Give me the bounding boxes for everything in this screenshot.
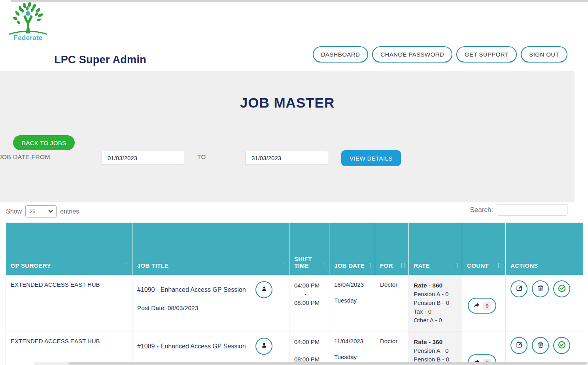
edit-icon <box>515 341 523 350</box>
top-divider <box>11 0 588 2</box>
back-to-jobs-button[interactable]: BACK TO JOBS <box>13 135 75 150</box>
cell-actions <box>506 275 583 331</box>
top-nav: DASHBOARD CHANGE PASSWORD GET SUPPORT SI… <box>313 46 567 62</box>
horizontal-scrollbar-thumb[interactable] <box>68 362 587 365</box>
cell-job-title: #1090 - Enhanced Access GP Session Post … <box>132 275 289 331</box>
doctor-person-icon <box>261 286 268 294</box>
sort-icon <box>322 263 325 268</box>
cell-gp-surgery: EXTENDED ACCESS EAST HUB <box>6 275 132 331</box>
cell-job-date: 18/04/2023 Tuesday <box>329 275 375 331</box>
approve-button[interactable] <box>553 337 570 354</box>
get-support-button[interactable]: GET SUPPORT <box>456 46 517 62</box>
sort-icon <box>368 263 371 268</box>
horizontal-scrollbar-track <box>34 362 588 365</box>
page-title: LPC Super Admin <box>54 54 146 66</box>
job-title-text: #1089 - Enhanced Access GP Session <box>137 343 246 350</box>
show-label: Show <box>6 208 22 215</box>
date-from-input[interactable] <box>102 151 184 165</box>
cell-count: 0 <box>462 275 506 331</box>
entries-label: entries <box>60 208 79 215</box>
column-header-job-title[interactable]: JOB TITLE <box>132 223 289 275</box>
column-header-gp-surgery[interactable]: GP SURGERY <box>6 223 132 275</box>
table-header-row: GP SURGERY JOB TITLE SHIFT TIME JOB DATE… <box>6 223 583 275</box>
sign-out-button[interactable]: SIGN OUT <box>521 46 567 62</box>
search-input[interactable] <box>497 204 567 216</box>
cell-rate: Rate - 360 Pension A - 0 Pension B - 0 T… <box>409 275 462 331</box>
to-label: TO <box>197 153 206 160</box>
dashboard-button[interactable]: DASHBOARD <box>313 46 369 62</box>
job-title-text: #1090 - Enhanced Access GP Session <box>137 286 246 293</box>
sort-icon <box>455 263 458 268</box>
cell-for: Doctor <box>375 275 409 331</box>
column-header-job-date[interactable]: JOB DATE <box>329 223 375 275</box>
cell-job-date: 11/04/2023 Tuesday <box>329 331 375 365</box>
assigned-person-button[interactable] <box>255 338 272 355</box>
assigned-person-button[interactable] <box>255 281 272 298</box>
sort-icon <box>401 263 405 268</box>
column-header-rate[interactable]: RATE <box>409 223 462 275</box>
cell-job-title: #1089 - Enhanced Access GP Session Post … <box>132 331 289 365</box>
column-header-for[interactable]: FOR <box>375 223 409 275</box>
date-to-input[interactable] <box>246 151 328 165</box>
cell-actions <box>506 331 583 365</box>
column-header-shift-time[interactable]: SHIFT TIME <box>289 223 329 275</box>
cell-shift-time: 04:00 PM - 08:00 PM <box>289 275 329 331</box>
cell-shift-time: 04:00 PM - 08:00 PM <box>289 331 329 365</box>
cell-count: 0 <box>462 331 506 365</box>
column-header-actions[interactable]: ACTIONS <box>506 223 583 275</box>
search-label: Search: <box>470 206 493 214</box>
post-date: Post Date: 08/03/2023 <box>137 304 284 312</box>
check-circle-icon <box>558 284 566 294</box>
trash-icon <box>537 284 545 293</box>
cell-for: Doctor <box>375 331 409 365</box>
list-controls: Show 25 entries Search: <box>6 204 567 218</box>
cell-rate: Rate - 360 Pension A - 0 Pension B - 0 T… <box>409 331 462 365</box>
check-circle-icon <box>558 340 566 350</box>
trash-icon <box>537 341 545 350</box>
doctor-person-icon <box>261 342 268 350</box>
sort-icon <box>125 263 128 268</box>
page-size-select[interactable]: 25 <box>25 205 57 217</box>
sort-icon <box>498 263 501 268</box>
share-count-button[interactable]: 0 <box>468 298 496 314</box>
table-row: EXTENDED ACCESS EAST HUB #1090 - Enhance… <box>6 275 583 331</box>
view-details-button[interactable]: VIEW DETAILS <box>341 150 401 166</box>
edit-icon <box>515 284 523 293</box>
job-master-title: JOB MASTER <box>0 71 575 111</box>
jobs-table: GP SURGERY JOB TITLE SHIFT TIME JOB DATE… <box>6 223 583 365</box>
federate-logo[interactable]: Federate <box>5 2 51 42</box>
delete-button[interactable] <box>532 280 549 297</box>
approve-button[interactable] <box>553 280 570 297</box>
delete-button[interactable] <box>532 337 549 354</box>
table-row: EXTENDED ACCESS EAST HUB #1089 - Enhance… <box>6 331 583 365</box>
cell-gp-surgery: EXTENDED ACCESS EAST HUB <box>6 331 132 365</box>
sort-icon <box>282 263 285 268</box>
forward-arrow-icon <box>473 302 480 310</box>
column-header-count[interactable]: COUNT <box>462 223 506 275</box>
count-badge: 0 <box>483 302 491 310</box>
edit-button[interactable] <box>510 337 527 354</box>
job-master-panel: JOB MASTER BACK TO JOBS JOB DATE FROM TO… <box>0 71 575 202</box>
change-password-button[interactable]: CHANGE PASSWORD <box>372 46 452 62</box>
job-date-from-label: JOB DATE FROM <box>0 153 50 161</box>
edit-button[interactable] <box>510 280 527 297</box>
